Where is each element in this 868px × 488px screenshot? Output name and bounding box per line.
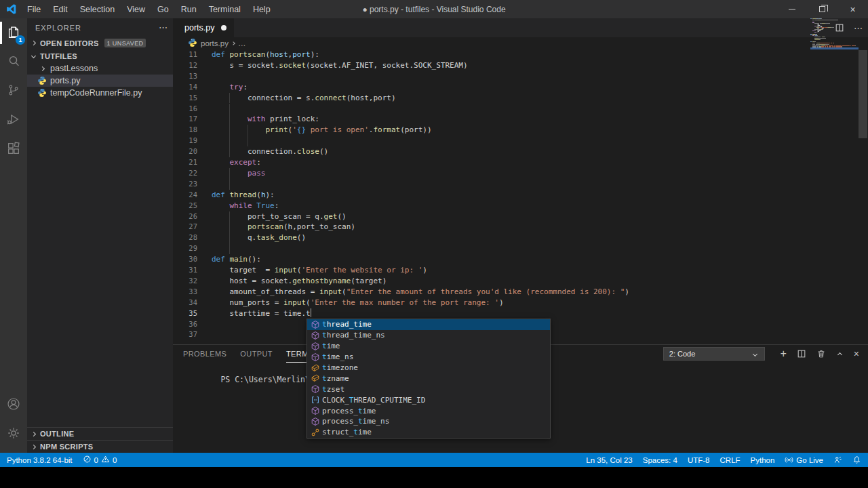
panel-tab-output[interactable]: OUTPUT: [240, 345, 273, 363]
code-line-28[interactable]: 28 q.task_done(): [173, 232, 858, 243]
code-line-18[interactable]: 18 print('{} port is open'.format(port)): [173, 125, 858, 136]
code-editor[interactable]: 11def portscan(host,port):12 s = socket.…: [173, 49, 868, 363]
suggestion-time[interactable]: time: [307, 341, 550, 352]
code-line-11[interactable]: 11def portscan(host,port):: [173, 49, 858, 60]
section-outline[interactable]: OUTLINE: [27, 427, 173, 440]
code-line-34[interactable]: 34 num_ports = input('Enter the max numb…: [173, 298, 858, 308]
line-number[interactable]: 15: [173, 93, 197, 104]
python-interpreter[interactable]: Python 3.8.2 64-bit: [7, 456, 73, 464]
line-number[interactable]: 30: [173, 254, 197, 265]
restore-button[interactable]: [807, 0, 837, 18]
suggestion-thread_time_ns[interactable]: thread_time_ns: [307, 330, 550, 341]
breadcrumb-file[interactable]: ports.py: [201, 39, 229, 47]
notifications[interactable]: [852, 455, 861, 464]
line-number[interactable]: 26: [173, 211, 197, 222]
code-line-23[interactable]: 23: [173, 179, 858, 190]
suggestion-clock_thread_cputime_id[interactable]: CLOCK_THREAD_CPUTIME_ID: [307, 394, 550, 405]
code-line-24[interactable]: 24def thread(h):: [173, 190, 858, 201]
breadcrumb-more[interactable]: …: [238, 39, 246, 47]
suggestion-tzname[interactable]: tzname: [307, 373, 550, 384]
sidebar-more-actions[interactable]: ⋯: [159, 22, 167, 33]
suggestion-process_time_ns[interactable]: process_time_ns: [307, 416, 550, 427]
minimize-button[interactable]: [776, 0, 807, 18]
activity-run-debug[interactable]: [0, 106, 27, 135]
code-line-31[interactable]: 31 target = input('Enter the website or …: [173, 265, 858, 276]
kill-terminal-button[interactable]: [816, 349, 826, 359]
code-line-29[interactable]: 29: [173, 243, 858, 254]
line-number[interactable]: 28: [173, 232, 197, 243]
code-line-17[interactable]: 17 with print_lock:: [173, 114, 858, 125]
line-number[interactable]: 35: [173, 308, 197, 319]
split-terminal-button[interactable]: [797, 349, 806, 359]
scrollbar-thumb[interactable]: [859, 50, 867, 138]
minimap[interactable]: [810, 18, 859, 52]
menu-file[interactable]: File: [21, 0, 47, 18]
code-line-22[interactable]: 22 pass: [173, 168, 858, 179]
line-number[interactable]: 23: [173, 179, 197, 190]
code-line-21[interactable]: 21 except:: [173, 157, 858, 168]
code-line-33[interactable]: 33 amount_of_threads = input("Enter the …: [173, 287, 858, 298]
modified-dot-icon[interactable]: [221, 25, 226, 30]
code-line-20[interactable]: 20 connection.close(): [173, 146, 858, 157]
code-line-35[interactable]: 35 starttime = time.t: [173, 308, 858, 319]
code-line-25[interactable]: 25 while True:: [173, 201, 858, 211]
suggestion-process_time[interactable]: process_time: [307, 405, 550, 416]
code-line-30[interactable]: 30def main():: [173, 254, 858, 265]
code-line-32[interactable]: 32 host = socket.gethostbyname(target): [173, 276, 858, 287]
file-ports-py[interactable]: ports.py: [27, 75, 173, 87]
suggestion-tzset[interactable]: tzset: [307, 384, 550, 394]
menu-run[interactable]: Run: [175, 0, 203, 18]
close-panel-button[interactable]: ×: [854, 349, 859, 359]
code-line-27[interactable]: 27 portscan(h,port_to_scan): [173, 222, 858, 232]
line-number[interactable]: 17: [173, 114, 197, 125]
activity-source-control[interactable]: [0, 77, 27, 106]
line-number[interactable]: 29: [173, 243, 197, 254]
line-number[interactable]: 18: [173, 125, 197, 136]
suggestion-thread_time[interactable]: thread_time: [307, 319, 550, 330]
line-number[interactable]: 33: [173, 287, 197, 298]
line-number[interactable]: 21: [173, 157, 197, 168]
menu-go[interactable]: Go: [151, 0, 175, 18]
maximize-panel-button[interactable]: [836, 351, 844, 357]
activity-search[interactable]: [0, 47, 27, 77]
close-button[interactable]: ×: [837, 0, 868, 18]
line-number[interactable]: 36: [173, 319, 197, 330]
menu-help[interactable]: Help: [247, 0, 277, 18]
line-number[interactable]: 31: [173, 265, 197, 276]
menu-view[interactable]: View: [121, 0, 151, 18]
activity-extensions[interactable]: [0, 135, 27, 164]
suggestion-timezone[interactable]: timezone: [307, 363, 550, 373]
line-number[interactable]: 32: [173, 276, 197, 287]
line-number[interactable]: 16: [173, 104, 197, 115]
indentation[interactable]: Spaces: 4: [643, 456, 677, 464]
suggestion-time_ns[interactable]: time_ns: [307, 352, 550, 363]
suggestion-struct_time[interactable]: struct_time: [307, 427, 550, 438]
open-editors-section[interactable]: OPEN EDITORS 1 UNSAVED: [27, 37, 173, 49]
line-number[interactable]: 24: [173, 190, 197, 201]
feedback[interactable]: [833, 455, 842, 464]
line-number[interactable]: 25: [173, 201, 197, 211]
code-line-12[interactable]: 12 s = socket.socket(socket.AF_INET, soc…: [173, 60, 858, 71]
file-tempcoderunnerfile-py[interactable]: tempCodeRunnerFile.py: [27, 87, 173, 99]
line-number[interactable]: 19: [173, 136, 197, 146]
code-line-19[interactable]: 19: [173, 136, 858, 146]
menu-edit[interactable]: Edit: [47, 0, 74, 18]
code-line-16[interactable]: 16: [173, 104, 858, 115]
code-line-15[interactable]: 15 connection = s.connect(host,port): [173, 93, 858, 104]
eol[interactable]: CRLF: [720, 456, 741, 464]
language-mode[interactable]: Python: [751, 456, 775, 464]
line-number[interactable]: 11: [173, 49, 197, 60]
activity-explorer[interactable]: 1: [0, 18, 27, 47]
menu-terminal[interactable]: Terminal: [203, 0, 247, 18]
activity-settings[interactable]: [0, 420, 27, 449]
line-number[interactable]: 37: [173, 329, 197, 340]
problems-indicator[interactable]: 0 0: [83, 455, 117, 465]
panel-tab-problems[interactable]: PROBLEMS: [183, 345, 226, 363]
line-number[interactable]: 34: [173, 298, 197, 308]
encoding[interactable]: UTF-8: [688, 456, 710, 464]
tab-ports-py[interactable]: ports.py: [173, 18, 234, 37]
section-npm-scripts[interactable]: NPM SCRIPTS: [27, 440, 173, 453]
line-number[interactable]: 13: [173, 71, 197, 82]
line-number[interactable]: 27: [173, 222, 197, 232]
code-line-14[interactable]: 14 try:: [173, 82, 858, 93]
